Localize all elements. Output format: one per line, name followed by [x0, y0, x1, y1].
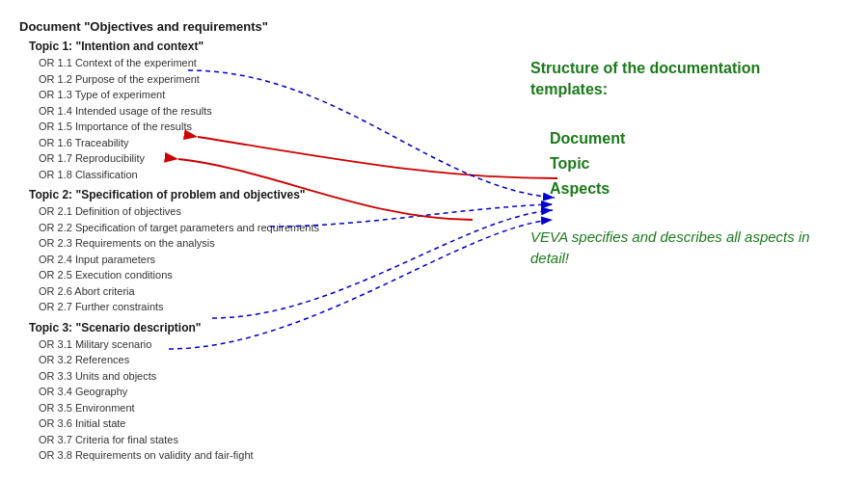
right-panel: Structure of the documentation templates…	[530, 58, 839, 270]
aspect-item-3-1: OR 3.1 Military scenario	[39, 336, 366, 353]
aspect-item-2-1: OR 2.1 Definition of objectives	[39, 203, 366, 220]
aspect-item-2-2: OR 2.2 Specification of target parameter…	[39, 220, 366, 236]
topic-title-3: Topic 3: "Scenario description"	[29, 321, 366, 335]
page-content: Document "Objectives and requirements" T…	[0, 0, 868, 482]
aspect-item-1-5: OR 1.5 Importance of the results	[39, 119, 366, 135]
aspect-item-3-2: OR 3.2 References	[39, 352, 366, 368]
legend-topic-label: Topic	[550, 155, 589, 173]
aspect-item-1-1: OR 1.1 Context of the experiment	[39, 55, 366, 71]
aspect-item-2-7: OR 2.7 Further constraints	[39, 299, 366, 315]
aspect-item-3-7: OR 3.7 Criteria for final states	[39, 432, 366, 448]
aspect-item-2-4: OR 2.4 Input parameters	[39, 252, 366, 268]
topic-title-2: Topic 2: "Specification of problem and o…	[29, 188, 366, 201]
aspect-item-1-7: OR 1.7 Reproducibility	[39, 150, 366, 167]
document-title: Document "Objectives and requirements"	[19, 19, 366, 34]
aspect-item-2-5: OR 2.5 Execution conditions	[39, 267, 366, 283]
veva-description: VEVA specifies and describes all aspects…	[530, 227, 839, 270]
aspect-item-3-6: OR 3.6 Initial state	[39, 415, 366, 432]
aspect-item-1-3: OR 1.3 Type of experiment	[39, 87, 366, 103]
aspect-item-3-4: OR 3.4 Geography	[39, 384, 366, 400]
aspect-item-2-6: OR 2.6 Abort criteria	[39, 283, 366, 300]
legend-document: Document	[530, 130, 839, 147]
aspect-item-1-4: OR 1.4 Intended usage of the results	[39, 103, 366, 120]
legend-document-label: Document	[550, 130, 625, 147]
topic-section-3: Topic 3: "Scenario description"OR 3.1 Mi…	[19, 321, 366, 464]
aspect-item-1-8: OR 1.8 Classification	[39, 167, 366, 183]
left-panel: Document "Objectives and requirements" T…	[19, 19, 366, 468]
aspect-item-3-8: OR 3.8 Requirements on validity and fair…	[39, 447, 366, 464]
topic-section-1: Topic 1: "Intention and context"OR 1.1 C…	[19, 40, 366, 182]
legend-aspects-label: Aspects	[550, 180, 610, 198]
topic-section-2: Topic 2: "Specification of problem and o…	[19, 188, 366, 315]
topic-title-1: Topic 1: "Intention and context"	[29, 40, 366, 53]
aspect-item-1-2: OR 1.2 Purpose of the experiment	[39, 71, 366, 88]
structure-title: Structure of the documentation templates…	[530, 58, 839, 101]
aspect-item-3-5: OR 3.5 Environment	[39, 400, 366, 416]
aspect-item-1-6: OR 1.6 Traceability	[39, 135, 366, 151]
topics-container: Topic 1: "Intention and context"OR 1.1 C…	[19, 40, 366, 464]
legend-aspects: Aspects	[530, 180, 839, 198]
aspect-item-2-3: OR 2.3 Requirements on the analysis	[39, 235, 366, 252]
legend-topic: Topic	[530, 155, 839, 173]
aspect-item-3-3: OR 3.3 Units and objects	[39, 368, 366, 385]
